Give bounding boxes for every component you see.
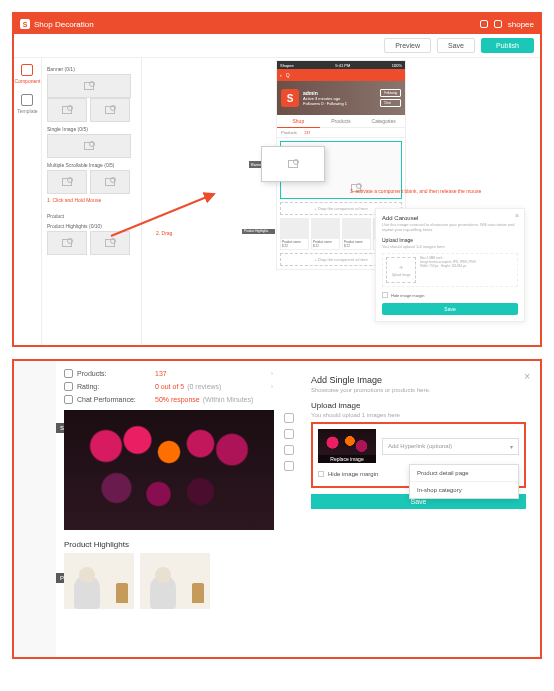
close-icon[interactable]: × [515,212,519,219]
panel-save-button[interactable]: Save [382,303,518,315]
tab-shop[interactable]: Shop [277,115,320,128]
hyperlink-select[interactable]: Add Hyperlink (optional) ▾ [382,438,519,455]
lib-highlights-title: Product Highlights (0/10) [47,223,136,229]
delete-icon[interactable] [284,461,294,471]
annotation-step2: 2. Drag [156,230,172,236]
lib-thumb[interactable] [90,98,130,122]
hide-margin-label: Hide image margin [391,293,425,298]
annotation-step1: 1. Click and Hold Mouse [47,197,136,203]
chat-icon [64,395,73,404]
panel-title: Add Carousel [382,215,518,221]
highlight-card[interactable] [140,553,210,609]
edit-panel: × Add Carousel Use this image carousel t… [375,208,525,322]
help-icon[interactable] [480,20,488,28]
shopee-logo: S [20,19,30,29]
phone-statusbar: Shopee9:41 PM100% [277,61,405,69]
annotation-step3: 3. activate a component blank, and then … [350,188,481,194]
shop-hero: S admin Active 3 minutes ago Followers 0… [277,81,405,115]
action-bar: Preview Save Publish [14,34,540,58]
hide-margin-checkbox[interactable] [382,292,388,298]
app-title: Shop Decoration [34,20,94,29]
canvas-label-highlights: Product Highlights [242,229,275,234]
component-library: Banner (0/1) Single Image (0/5) Multiple… [42,58,142,345]
dropdown-option[interactable]: Product detail page [410,465,518,482]
upload-note: You should upload 1-6 images here [382,245,518,250]
hide-margin-checkbox[interactable] [318,471,324,477]
move-up-icon[interactable] [284,413,294,423]
hyperlink-dropdown: Product detail page In-shop category [409,464,519,499]
lib-multi-title: Multiple Scrollable Image (0/5) [47,162,136,168]
left-rail: Component Template [14,58,42,345]
shop-logo: S [281,89,299,107]
dropdown-option[interactable]: In-shop category [410,482,518,498]
product-card[interactable]: Product name$ 22 [342,218,371,250]
box-icon [64,369,73,378]
upload-note: You should upload 1 images here [311,412,526,418]
lib-banner-title: Banner (0/1) [47,66,136,72]
hide-margin-label: Hide image margin [328,471,378,477]
chat-button[interactable]: Chat [380,99,401,107]
upload-dropzone[interactable]: + Upload Image [386,257,416,283]
duplicate-icon[interactable] [284,445,294,455]
save-button[interactable]: Save [437,38,475,53]
product-card[interactable]: Product name$ 22 [280,218,309,250]
stat-rating[interactable]: Rating: 0 out of 5 (0 reviews) › [64,380,273,393]
apps-icon[interactable] [494,20,502,28]
nav-component[interactable]: Component [15,64,41,84]
stat-products[interactable]: Products: 137 › [64,367,273,380]
chevron-right-icon: › [271,383,273,390]
block-tool-column [281,361,297,657]
lib-thumb[interactable] [47,170,87,194]
nav-template[interactable]: Template [17,94,37,114]
plus-icon: + [399,264,404,272]
lib-thumb[interactable] [90,170,130,194]
single-image-panel: × Add Single Image Showcase your promoti… [297,361,540,657]
panel-subtitle: Showcase your promotions or products her… [311,387,526,393]
nav-template-label: Template [17,108,37,114]
tab-products[interactable]: Products [320,115,363,128]
preview-button[interactable]: Preview [384,38,431,53]
lib-single-title: Single Image (0/5) [47,126,136,132]
single-image-block[interactable] [64,410,274,530]
back-icon[interactable]: ‹ [280,72,282,78]
upload-heading: Upload image [311,401,526,410]
follow-button[interactable]: Following [380,89,401,97]
lib-thumb[interactable] [90,231,130,255]
shop-stats: Products 137 [277,128,405,138]
panel-subtitle: Use this image carousel to showcase your… [382,223,518,233]
app-topbar: S Shop Decoration shopee [14,14,540,34]
component-icon [21,64,33,76]
publish-button[interactable]: Publish [481,38,534,53]
highlights-title: Product Highlights [64,540,273,549]
image-thumbnail[interactable]: Replace image [318,429,376,463]
phone-navbar: ‹ Q [277,69,405,81]
left-gutter [14,361,56,657]
highlight-card[interactable] [64,553,134,609]
product-card[interactable]: Product name$ 22 [311,218,340,250]
panel-title: Add Single Image [311,375,526,385]
chevron-down-icon: ▾ [510,443,513,450]
template-icon [21,94,33,106]
lib-thumb[interactable] [47,98,87,122]
stat-chat[interactable]: Chat Performance: 50% response (Within M… [64,393,273,406]
chevron-right-icon: › [271,370,273,377]
move-down-icon[interactable] [284,429,294,439]
upload-specs: Max 2.0MB each Image format accepted: JP… [420,257,476,269]
preview-column: Products: 137 › Rating: 0 out of 5 (0 re… [56,361,281,657]
lib-banner-thumb[interactable] [47,74,131,98]
lib-single-thumb[interactable] [47,134,131,158]
search-icon[interactable]: Q [286,72,290,78]
tab-categories[interactable]: Categories [362,115,405,128]
star-icon [64,382,73,391]
user-label[interactable]: shopee [508,20,534,29]
nav-component-label: Component [15,78,41,84]
dragging-component[interactable] [261,146,325,182]
lib-thumb[interactable] [47,231,87,255]
lib-product-title: Product [47,213,136,219]
highlighted-region: Replace image Add Hyperlink (optional) ▾… [311,422,526,488]
upload-heading: Upload Image [382,237,518,243]
close-icon[interactable]: × [524,371,530,382]
replace-image-overlay[interactable]: Replace image [318,455,376,463]
shop-follow: Followers 0 · Following 1 [303,101,347,106]
